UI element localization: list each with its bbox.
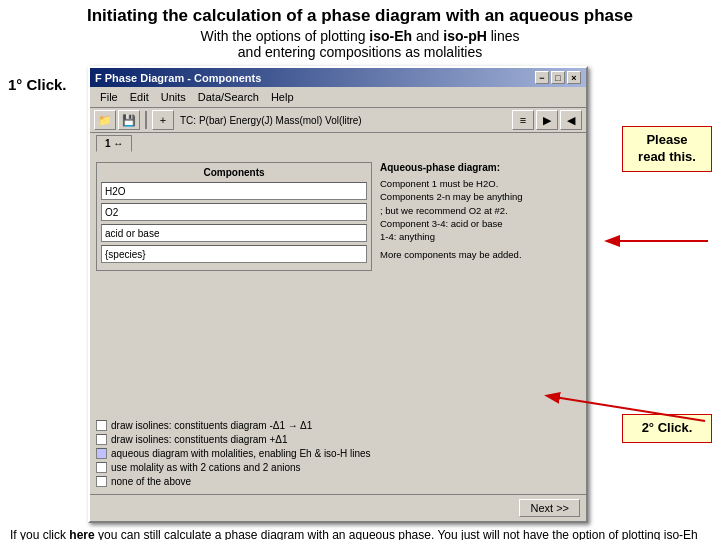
checkbox-row-2: draw isolines: constituents diagram +Δ1: [96, 434, 580, 445]
toolbar-separator: [145, 111, 147, 129]
win-left-panel: Components: [96, 162, 372, 410]
next-button[interactable]: Next >>: [519, 499, 580, 517]
footer-post: you can still calculate a phase diagram …: [10, 528, 698, 540]
titlebar-buttons: − □ ×: [535, 71, 581, 84]
win-body: Components Aqueous-phase diagram: Compon…: [90, 156, 586, 416]
callout-click-2: 2° Click.: [622, 414, 712, 443]
toolbar-label: TC: P(bar) Energy(J) Mass(mol) Vol(litre…: [180, 115, 362, 126]
footer-pre: If you click: [10, 528, 69, 540]
header: Initiating the calculation of a phase di…: [0, 0, 720, 62]
win-dialog: F Phase Diagram - Components − □ × File …: [88, 66, 588, 523]
subtitle-line2: and entering compositions as molalities: [238, 44, 482, 60]
subtitle-iso2: iso-pH: [443, 28, 487, 44]
menu-datasearch[interactable]: Data/Search: [192, 89, 265, 105]
win-titlebar: F Phase Diagram - Components − □ ×: [90, 68, 586, 87]
components-title: Components: [101, 167, 367, 178]
checkbox-label-2: draw isolines: constituents diagram +Δ1: [111, 434, 288, 445]
page-title: Initiating the calculation of a phase di…: [10, 6, 710, 26]
menu-file[interactable]: File: [94, 89, 124, 105]
checkbox-row-3: aqueous diagram with molalities, enablin…: [96, 448, 580, 459]
menu-edit[interactable]: Edit: [124, 89, 155, 105]
toolbar-btn-r1[interactable]: ≡: [512, 110, 534, 130]
menu-units[interactable]: Units: [155, 89, 192, 105]
minimize-button[interactable]: −: [535, 71, 549, 84]
checkbox-label-1: draw isolines: constituents diagram -Δ1 …: [111, 420, 312, 431]
toolbar-btn-plus[interactable]: +: [152, 110, 174, 130]
win-checkboxes: draw isolines: constituents diagram -Δ1 …: [90, 416, 586, 494]
checkbox-5[interactable]: [96, 476, 107, 487]
checkbox-label-4: use molality as with 2 cations and 2 ani…: [111, 462, 301, 473]
win-right-panel: Aqueous-phase diagram: Component 1 must …: [380, 162, 580, 410]
checkbox-4[interactable]: [96, 462, 107, 473]
page-container: Initiating the calculation of a phase di…: [0, 0, 720, 540]
component-input-2[interactable]: [101, 203, 367, 221]
aqueous-title: Aqueous-phase diagram:: [380, 162, 580, 173]
footer-text: If you click here you can still calculat…: [10, 527, 710, 540]
toolbar-btn-2[interactable]: 💾: [118, 110, 140, 130]
subtitle-iso1: iso-Eh: [369, 28, 412, 44]
subtitle-mid: and: [412, 28, 443, 44]
win-toolbar: 📁 💾 + TC: P(bar) Energy(J) Mass(mol) Vol…: [90, 108, 586, 133]
menu-help[interactable]: Help: [265, 89, 300, 105]
component-input-3[interactable]: [101, 224, 367, 242]
maximize-button[interactable]: □: [551, 71, 565, 84]
close-button[interactable]: ×: [567, 71, 581, 84]
checkbox-1[interactable]: [96, 420, 107, 431]
click2-text: 2° Click.: [642, 420, 693, 435]
win-menubar: File Edit Units Data/Search Help: [90, 87, 586, 108]
please-read-text: Pleaseread this.: [638, 132, 696, 164]
checkbox-label-3: aqueous diagram with molalities, enablin…: [111, 448, 371, 459]
component-input-1[interactable]: [101, 182, 367, 200]
footer-here-link[interactable]: here: [69, 528, 94, 540]
toolbar-btn-r2[interactable]: ▶: [536, 110, 558, 130]
toolbar-btn-1[interactable]: 📁: [94, 110, 116, 130]
subtitle-post: lines: [487, 28, 520, 44]
checkbox-2[interactable]: [96, 434, 107, 445]
subtitle-pre: With the options of plotting: [200, 28, 369, 44]
checkbox-row-4: use molality as with 2 cations and 2 ani…: [96, 462, 580, 473]
click-label-1-container: 1° Click.: [8, 66, 88, 523]
toolbar-btn-r3[interactable]: ◀: [560, 110, 582, 130]
click-label-1: 1° Click.: [8, 76, 67, 93]
main-area: 1° Click. F Phase Diagram - Components −…: [0, 62, 720, 523]
win-tab-bar: 1 ↔: [90, 133, 586, 152]
tab-1[interactable]: 1 ↔: [96, 135, 132, 152]
component-input-4[interactable]: [101, 245, 367, 263]
dialog-area: F Phase Diagram - Components − □ × File …: [88, 66, 712, 523]
checkbox-label-5: none of the above: [111, 476, 191, 487]
aqueous-text: Component 1 must be H2O. Components 2-n …: [380, 177, 580, 243]
more-components-text: More components may be added.: [380, 249, 580, 260]
components-group: Components: [96, 162, 372, 271]
checkbox-3[interactable]: [96, 448, 107, 459]
dialog-title: F Phase Diagram - Components: [95, 72, 261, 84]
checkbox-row-1: draw isolines: constituents diagram -Δ1 …: [96, 420, 580, 431]
win-bottom-bar: Next >>: [90, 494, 586, 521]
callout-please-read: Pleaseread this.: [622, 126, 712, 172]
page-subtitle: With the options of plotting iso-Eh and …: [10, 28, 710, 60]
checkbox-row-5: none of the above: [96, 476, 580, 487]
footer: If you click here you can still calculat…: [0, 523, 720, 540]
